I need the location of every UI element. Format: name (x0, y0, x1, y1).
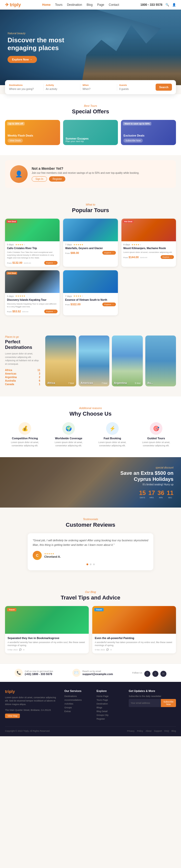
nav-logo[interactable]: ✈ triply (5, 2, 21, 7)
instagram-icon[interactable]: in (160, 671, 167, 677)
tour-footer-5: From $322.00 Explore → (65, 303, 116, 306)
hero-section: Natural beauty Discover the most engagin… (0, 9, 181, 85)
newsletter-title: Get Updates & More (129, 689, 176, 692)
offer-btn-3[interactable]: Subscribe Now (123, 138, 143, 143)
tour-explore-2[interactable]: Explore → (102, 251, 116, 255)
author-avatar: C (33, 551, 42, 560)
tour-footer-1: From $132.00 $285.00 Explore → (7, 261, 58, 265)
blog-meta-2: 9 Mar 2022 💬 6 (95, 649, 174, 651)
countdown-sec: 11 Sec (167, 489, 174, 499)
contact-phone-text: Call us now to get travel tips (+61) 180… (25, 670, 53, 676)
dest-card-africa[interactable]: Africa 7 tour (45, 336, 76, 386)
blog-grid: Travel Separated they live in Bookmarksg… (5, 606, 176, 653)
tour-explore-1[interactable]: Explore → (44, 261, 58, 265)
nav-contact[interactable]: Contact (109, 3, 119, 6)
hero-cta-button[interactable]: Explore Now → (7, 56, 37, 63)
why-desc-coverage: Lorem ipsum dolor sit amet, consectetur … (49, 441, 88, 447)
newsletter-input[interactable] (129, 699, 161, 707)
nav-home[interactable]: Home (42, 3, 50, 6)
blog-post-desc-2: A wonderful serenity has taken possessio… (95, 641, 174, 647)
membership-title: Not a Member Yet? (32, 166, 139, 170)
guided-icon: 🎯 (150, 422, 162, 435)
explore-home[interactable]: Home Page (97, 695, 124, 698)
why-title-coverage: Worldwide Coverage (49, 437, 88, 440)
nav-page[interactable]: Page (97, 3, 104, 6)
footer-link-blog[interactable]: Blog (172, 730, 176, 732)
nav-blog[interactable]: Blog (86, 3, 93, 6)
footer-link-support[interactable]: Support (154, 730, 162, 732)
when-input[interactable] (82, 88, 115, 90)
dest-card-americas[interactable]: Americas 7 tour (79, 336, 110, 386)
countdown-sec-num: 11 (167, 489, 174, 496)
footer-map-button[interactable]: View Map (5, 714, 20, 718)
search-button[interactable]: Search (156, 84, 172, 91)
user-nav-icon[interactable]: 👤 (172, 3, 176, 6)
nav-destination[interactable]: Destination (67, 3, 82, 6)
why-desc-pricing: Lorem ipsum dolor sit amet, consectetur … (5, 441, 45, 447)
newsletter-button[interactable]: Subscribe Now (161, 699, 176, 707)
search-nav-icon[interactable]: 🔍 (166, 3, 169, 6)
tour-meta-4: 5 days ★★★★★ (7, 295, 58, 298)
destination-input[interactable] (9, 88, 41, 90)
service-destinations[interactable]: Destinations (64, 695, 92, 698)
dest-card-asia[interactable]: As... (145, 336, 176, 386)
tour-rating-4: ★★★★★ (15, 295, 25, 297)
review-dot-2[interactable] (90, 563, 92, 565)
phone-value[interactable]: (+61) 1800 - 333 5578 (25, 673, 53, 676)
dest-list-item-africa: Africa 11 (5, 369, 40, 372)
tour-days-3: 8 days (123, 243, 130, 246)
countdown-days-num: 15 (139, 489, 146, 496)
author-name: Cleveland A. (44, 555, 61, 558)
footer-services-col: Our Services Destinations Accommodations… (64, 689, 92, 721)
explore-register[interactable]: Register (97, 718, 124, 720)
navbar: ✈ triply Home Tours Destination Blog Pag… (0, 0, 181, 9)
dest-label-africa: Africa (47, 381, 55, 384)
tour-price-3: From $144.00 $288.00 (123, 256, 147, 259)
twitter-icon[interactable]: t (152, 671, 158, 677)
footer-link-faq[interactable]: FAQ (165, 730, 169, 732)
service-accommodations[interactable]: Accommodations (64, 699, 92, 701)
explore-groups[interactable]: Groups City (97, 714, 124, 716)
explore-blog-detail[interactable]: Blog Detail (97, 710, 124, 713)
register-button[interactable]: Register (49, 176, 65, 182)
search-bar: Destinations Activity When Guests Search (5, 80, 176, 94)
review-dot-1[interactable] (86, 563, 88, 565)
membership-desc: Join our free members club and receive s… (32, 172, 139, 174)
tour-explore-4[interactable]: Explore → (44, 310, 58, 313)
footer-link-privacy[interactable]: Privacy (127, 730, 135, 732)
nav-right: 1800 - 333 5578 🔍 👤 (141, 3, 176, 6)
facebook-icon[interactable]: f (144, 671, 150, 677)
blog-tag-1: Travel (7, 608, 16, 611)
service-groups[interactable]: Groups (64, 706, 92, 709)
footer-link-policy[interactable]: Policy (137, 730, 143, 732)
tour-explore-5[interactable]: Explore → (102, 303, 116, 306)
dest-card-argentina[interactable]: Argentina 5 tour (112, 336, 143, 386)
tour-badge-3: Hot Deal (123, 220, 134, 223)
service-activities[interactable]: Activities (64, 703, 92, 705)
dest-count-argentina: 5 tour (135, 382, 141, 384)
review-dot-3[interactable] (93, 563, 95, 565)
special-offers-tag: Best Tours (5, 104, 176, 107)
blog-post-title-2: Even the all-powerful Painting (95, 636, 174, 640)
blog-post-title-1: Separated they live in Bookmarksgrove (7, 636, 86, 640)
guests-label: Guests (119, 84, 152, 86)
offer-card-1: Up to 35% off Weekly Flash Deals View De… (5, 120, 60, 145)
tour-card-5: 7 days ★★★★★ Essence of Vietnam South to… (63, 270, 118, 315)
offer-btn-1[interactable]: View Deals (7, 138, 23, 143)
services-title: Our Services (64, 689, 92, 692)
offer-title-2: Summer Escapes (66, 137, 89, 140)
countdown: 15 Days 17 Hrs 36 Min 11 Sec (118, 489, 174, 499)
email-value[interactable]: support@example.com (82, 673, 113, 676)
tour-explore-3[interactable]: Explore → (160, 255, 174, 259)
sign-in-button[interactable]: Sign In (32, 176, 47, 182)
service-extras[interactable]: Extras (64, 710, 92, 713)
activity-input[interactable] (46, 88, 78, 90)
guests-input[interactable] (119, 88, 152, 90)
tour-img-4: Hot Deal (5, 270, 60, 293)
explore-blogs[interactable]: Blogs (97, 706, 124, 709)
explore-destination[interactable]: Destination (97, 703, 124, 705)
footer-newsletter-col: Get Updates & More Subscribe to the dail… (129, 689, 176, 721)
footer-link-about[interactable]: About (146, 730, 152, 732)
nav-tours[interactable]: Tours (55, 3, 62, 6)
explore-tours[interactable]: Tours Page (97, 699, 124, 701)
